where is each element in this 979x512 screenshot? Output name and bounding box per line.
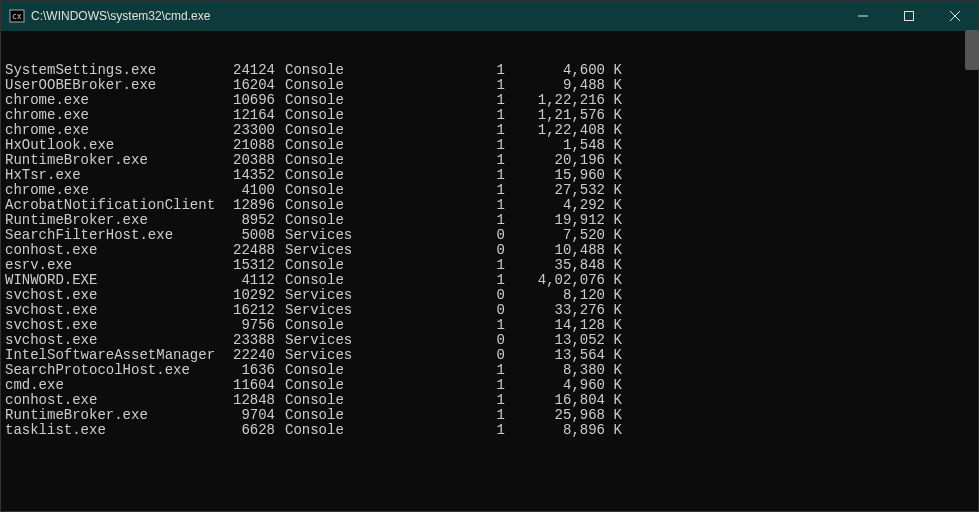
process-session: Console [285, 213, 415, 228]
process-memory: 8,896 [505, 423, 605, 438]
process-mem-unit: K [605, 108, 625, 123]
process-mem-unit: K [605, 408, 625, 423]
window-controls [840, 1, 978, 31]
process-row: RuntimeBroker.exe9704 Console125,968 K [5, 408, 974, 423]
process-pid: 4112 [215, 273, 275, 288]
process-memory: 8,120 [505, 288, 605, 303]
process-session: Console [285, 408, 415, 423]
process-pid: 1636 [215, 363, 275, 378]
process-session-num: 1 [415, 198, 505, 213]
process-session-num: 1 [415, 378, 505, 393]
process-mem-unit: K [605, 228, 625, 243]
process-pid: 20388 [215, 153, 275, 168]
process-row: WINWORD.EXE4112 Console14,02,076 K [5, 273, 974, 288]
process-row: HxOutlook.exe21088 Console11,548 K [5, 138, 974, 153]
process-pid: 22488 [215, 243, 275, 258]
process-mem-unit: K [605, 318, 625, 333]
process-mem-unit: K [605, 273, 625, 288]
process-session: Console [285, 93, 415, 108]
process-memory: 8,380 [505, 363, 605, 378]
process-pid: 23300 [215, 123, 275, 138]
process-row: SystemSettings.exe24124 Console14,600 K [5, 63, 974, 78]
process-mem-unit: K [605, 153, 625, 168]
process-pid: 16204 [215, 78, 275, 93]
process-memory: 1,548 [505, 138, 605, 153]
process-memory: 7,520 [505, 228, 605, 243]
process-mem-unit: K [605, 423, 625, 438]
process-name: UserOOBEBroker.exe [5, 78, 215, 93]
cmd-window: cx C:\WINDOWS\system32\cmd.exe SystemSet… [0, 0, 979, 512]
process-pid: 11604 [215, 378, 275, 393]
process-memory: 4,02,076 [505, 273, 605, 288]
process-session: Console [285, 198, 415, 213]
process-memory: 35,848 [505, 258, 605, 273]
process-session: Console [285, 363, 415, 378]
process-session: Console [285, 393, 415, 408]
process-session-num: 0 [415, 348, 505, 363]
process-session-num: 1 [415, 273, 505, 288]
process-row: esrv.exe15312 Console135,848 K [5, 258, 974, 273]
process-name: svchost.exe [5, 303, 215, 318]
process-mem-unit: K [605, 123, 625, 138]
process-session: Services [285, 243, 415, 258]
process-session-num: 1 [415, 393, 505, 408]
process-session: Services [285, 288, 415, 303]
process-pid: 16212 [215, 303, 275, 318]
process-name: RuntimeBroker.exe [5, 153, 215, 168]
process-row: conhost.exe22488 Services010,488 K [5, 243, 974, 258]
process-row: svchost.exe23388 Services013,052 K [5, 333, 974, 348]
process-memory: 15,960 [505, 168, 605, 183]
process-session: Console [285, 78, 415, 93]
process-session: Console [285, 108, 415, 123]
process-memory: 25,968 [505, 408, 605, 423]
vertical-scrollbar[interactable] [965, 30, 979, 70]
process-session-num: 1 [415, 183, 505, 198]
process-pid: 6628 [215, 423, 275, 438]
process-session-num: 1 [415, 108, 505, 123]
process-row: chrome.exe10696 Console11,22,216 K [5, 93, 974, 108]
process-row: AcrobatNotificationClient12896 Console14… [5, 198, 974, 213]
process-name: chrome.exe [5, 108, 215, 123]
minimize-button[interactable] [840, 1, 886, 31]
process-mem-unit: K [605, 78, 625, 93]
process-name: RuntimeBroker.exe [5, 213, 215, 228]
process-session: Console [285, 63, 415, 78]
process-session: Services [285, 348, 415, 363]
process-row: chrome.exe12164 Console11,21,576 K [5, 108, 974, 123]
maximize-button[interactable] [886, 1, 932, 31]
process-session-num: 0 [415, 288, 505, 303]
process-session: Console [285, 423, 415, 438]
process-mem-unit: K [605, 258, 625, 273]
process-name: RuntimeBroker.exe [5, 408, 215, 423]
process-pid: 21088 [215, 138, 275, 153]
process-name: cmd.exe [5, 378, 215, 393]
process-session: Services [285, 228, 415, 243]
process-memory: 1,22,216 [505, 93, 605, 108]
process-pid: 12848 [215, 393, 275, 408]
terminal-output[interactable]: SystemSettings.exe24124 Console14,600 KU… [1, 31, 978, 511]
titlebar[interactable]: cx C:\WINDOWS\system32\cmd.exe [1, 1, 978, 31]
process-session-num: 1 [415, 168, 505, 183]
process-memory: 27,532 [505, 183, 605, 198]
process-name: esrv.exe [5, 258, 215, 273]
process-row: RuntimeBroker.exe8952 Console119,912 K [5, 213, 974, 228]
process-memory: 33,276 [505, 303, 605, 318]
process-memory: 20,196 [505, 153, 605, 168]
process-session-num: 1 [415, 318, 505, 333]
process-pid: 9756 [215, 318, 275, 333]
process-mem-unit: K [605, 378, 625, 393]
process-mem-unit: K [605, 63, 625, 78]
process-pid: 12164 [215, 108, 275, 123]
process-session: Console [285, 168, 415, 183]
process-mem-unit: K [605, 303, 625, 318]
process-name: conhost.exe [5, 393, 215, 408]
process-session-num: 1 [415, 93, 505, 108]
process-memory: 16,804 [505, 393, 605, 408]
process-name: svchost.exe [5, 333, 215, 348]
process-memory: 19,912 [505, 213, 605, 228]
process-pid: 10696 [215, 93, 275, 108]
process-session-num: 1 [415, 258, 505, 273]
close-button[interactable] [932, 1, 978, 31]
process-memory: 1,22,408 [505, 123, 605, 138]
process-session: Services [285, 333, 415, 348]
